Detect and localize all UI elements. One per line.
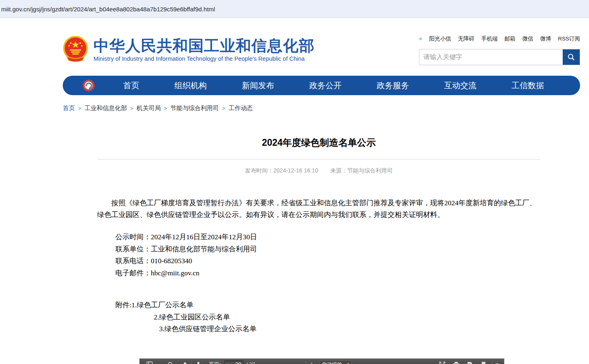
publish-time: 发布时间：2024-12-16 16:10 <box>245 167 318 174</box>
article-paragraph: 按照《绿色工厂梯度培育及管理暂行办法》有关要求，经省级工业和信息化主管部门推荐及… <box>97 197 540 221</box>
attachment-1[interactable]: 附件:1.绿色工厂公示名单 <box>115 299 540 311</box>
pdf-sidebar-toggle-icon[interactable] <box>145 360 154 364</box>
nav-item-organization[interactable]: 组织机构 <box>174 80 207 91</box>
pdf-page-down-icon[interactable] <box>193 360 203 364</box>
attachments-list: 附件:1.绿色工厂公示名单 2.绿色工业园区公示名单 3.绿色供应链管理企业公示… <box>115 299 540 335</box>
pdf-toolbar: 页面: / 37 − + 自动缩放 ▲▼ <box>140 359 504 364</box>
miit-gear-logo-icon <box>82 79 95 92</box>
breadcrumb: 首页 > 工业和信息化部 > 机关司局 > 节能与综合利用司 > 工作动态 <box>63 104 580 112</box>
quick-link-accessibility[interactable]: 无障碍 <box>458 35 474 43</box>
pdf-page-up-icon[interactable] <box>180 360 190 364</box>
pdf-download-icon[interactable] <box>465 360 475 364</box>
contact-phone: 联系电话：010-68205340 <box>115 255 540 267</box>
site-title-en: Ministry of Industry and Information Tec… <box>94 55 315 62</box>
site-brand[interactable]: 中华人民共和国工业和信息化部 Ministry of Industry and … <box>63 34 315 65</box>
quick-link-mail[interactable]: 邮箱 <box>504 35 515 43</box>
pdf-zoom-mode-select[interactable]: 自动缩放 ▲▼ <box>319 360 352 364</box>
pdf-presentation-mode-icon[interactable] <box>438 360 447 364</box>
pdf-more-tools-icon[interactable]: » <box>495 360 499 364</box>
breadcrumb-departments[interactable]: 机关司局 <box>136 104 161 112</box>
pdf-viewer: 页面: / 37 − + 自动缩放 ▲▼ <box>140 359 504 364</box>
article-source: 来源：节能与综合利用司 <box>330 167 393 174</box>
browser-address-bar[interactable]: miit.gov.cn/jgsj/jns/gzdt/art/2024/art_b… <box>0 0 589 18</box>
title-divider <box>97 159 540 160</box>
quick-link-wechat[interactable]: 微信 <box>522 35 533 43</box>
quick-link-xiaoxin[interactable]: 阳光小信 <box>429 35 451 43</box>
nav-item-news[interactable]: 新闻发布 <box>242 80 274 91</box>
search-button[interactable] <box>563 49 580 65</box>
nav-item-home[interactable]: 首页 <box>123 80 139 91</box>
breadcrumb-work-updates[interactable]: 工作动态 <box>228 104 253 112</box>
nav-item-interaction[interactable]: 互动交流 <box>444 80 476 91</box>
search-icon <box>567 53 575 61</box>
quick-link-weibo[interactable]: 微博 <box>540 35 551 43</box>
site-title-cn: 中华人民共和国工业和信息化部 <box>94 37 315 54</box>
robot-mascot-icon <box>419 35 422 43</box>
site-search <box>419 49 580 65</box>
attachment-3[interactable]: 3.绿色供应链管理企业公示名单 <box>159 323 540 335</box>
publicity-period: 公示时间：2024年12月16日至2024年12月30日 <box>115 231 540 243</box>
breadcrumb-miit[interactable]: 工业和信息化部 <box>85 104 127 112</box>
site-header: 中华人民共和国工业和信息化部 Ministry of Industry and … <box>63 34 580 65</box>
pdf-zoom-mode-value: 自动缩放 <box>322 361 342 364</box>
quick-links: 阳光小信 无障碍 手机端 邮箱 微信 微博 RSS订阅 <box>419 34 580 43</box>
breadcrumb-energy-dept[interactable]: 节能与综合利用司 <box>170 104 219 112</box>
nav-item-gov-open[interactable]: 政务公开 <box>309 80 342 91</box>
nav-item-gov-service[interactable]: 政务服务 <box>377 80 409 91</box>
search-input[interactable] <box>419 49 563 65</box>
breadcrumb-separator: > <box>164 105 167 111</box>
contact-block: 公示时间：2024年12月16日至2024年12月30日 联系单位：工业和信息化… <box>115 231 540 279</box>
breadcrumb-separator: > <box>222 105 225 111</box>
contact-email: 电子邮件：hbc@miit.gov.cn <box>115 267 540 279</box>
breadcrumb-home[interactable]: 首页 <box>63 104 75 112</box>
article-title: 2024年度绿色制造名单公示 <box>97 136 540 149</box>
national-emblem-icon <box>63 36 88 63</box>
contact-unit: 联系单位：工业和信息化部节能与综合利用司 <box>115 243 540 255</box>
pdf-zoom-out-button[interactable]: − <box>295 361 304 364</box>
article: 2024年度绿色制造名单公示 发布时间：2024-12-16 16:10 来源：… <box>63 136 580 335</box>
pdf-zoom-in-button[interactable]: + <box>307 361 316 364</box>
pdf-print-icon[interactable] <box>451 360 461 364</box>
pdf-bookmark-icon[interactable] <box>479 360 489 364</box>
pdf-page-number-input[interactable] <box>224 360 244 364</box>
pdf-page-label: 页面: <box>209 361 221 364</box>
nav-item-data[interactable]: 工信数据 <box>512 80 544 91</box>
article-meta: 发布时间：2024-12-16 16:10 来源：节能与综合利用司 <box>97 167 540 175</box>
select-updown-icon: ▲▼ <box>347 362 349 364</box>
pdf-page-total: / 37 <box>247 361 255 364</box>
breadcrumb-separator: > <box>78 105 81 111</box>
main-navigation: 首页 组织机构 新闻发布 政务公开 政务服务 互动交流 工信数据 <box>63 76 580 95</box>
quick-link-rss[interactable]: RSS订阅 <box>558 35 580 43</box>
pdf-search-icon[interactable] <box>166 360 175 364</box>
breadcrumb-separator: > <box>130 105 134 111</box>
quick-link-mobile[interactable]: 手机端 <box>481 35 498 43</box>
page-url[interactable]: miit.gov.cn/jgsj/jns/gzdt/art/2024/art_b… <box>1 6 215 13</box>
attachment-2[interactable]: 2.绿色工业园区公示名单 <box>154 311 540 324</box>
